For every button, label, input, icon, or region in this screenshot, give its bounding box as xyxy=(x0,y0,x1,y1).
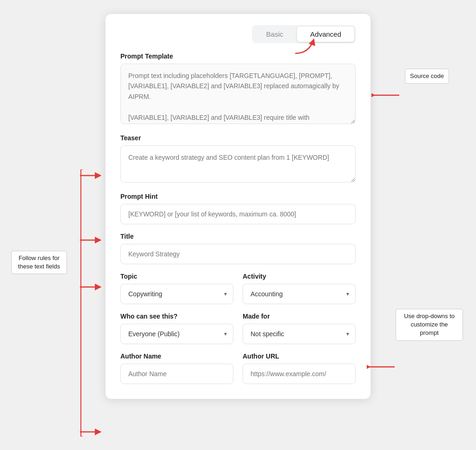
author-url-group: Author URL xyxy=(243,352,356,384)
tab-basic[interactable]: Basic xyxy=(253,26,297,42)
topic-label: Topic xyxy=(120,273,233,280)
dropdowns-annotation: Use drop-downs to customize the prompt xyxy=(396,309,463,341)
author-url-input[interactable] xyxy=(243,364,356,384)
arrow-source-code xyxy=(371,91,399,100)
activity-label: Activity xyxy=(243,273,356,280)
made-for-select-wrapper: Not specific Beginners Experts ▾ xyxy=(243,324,356,344)
activity-select-wrapper: Accounting Finance HR IT ▾ xyxy=(243,284,356,304)
visibility-field-group: Who can see this? Everyone (Public) Only… xyxy=(120,313,233,344)
main-card: Basic Advanced Prompt Template Teaser Pr… xyxy=(106,14,370,399)
visibility-select-wrapper: Everyone (Public) Only Me My Team ▾ xyxy=(120,324,233,344)
arrow-prompt-hint xyxy=(80,235,103,245)
visibility-select[interactable]: Everyone (Public) Only Me My Team xyxy=(120,324,233,344)
teaser-label: Teaser xyxy=(120,134,356,142)
made-for-field-group: Made for Not specific Beginners Experts … xyxy=(243,313,356,344)
activity-field-group: Activity Accounting Finance HR IT ▾ xyxy=(243,273,356,304)
teaser-input[interactable] xyxy=(120,145,356,183)
made-for-label: Made for xyxy=(243,313,356,320)
topic-select[interactable]: Copywriting Marketing SEO Sales xyxy=(120,284,233,304)
prompt-template-input[interactable] xyxy=(120,64,356,124)
title-input[interactable] xyxy=(120,244,356,264)
author-name-label: Author Name xyxy=(120,352,233,360)
visibility-label: Who can see this? xyxy=(120,313,233,320)
topic-field-group: Topic Copywriting Marketing SEO Sales ▾ xyxy=(120,273,233,304)
author-name-group: Author Name xyxy=(120,352,233,384)
author-name-input[interactable] xyxy=(120,364,233,384)
title-label: Title xyxy=(120,233,356,240)
prompt-hint-label: Prompt Hint xyxy=(120,193,356,200)
left-bracket xyxy=(79,170,83,437)
arrow-title xyxy=(80,282,103,292)
prompt-hint-input[interactable] xyxy=(120,204,356,224)
arrow-author xyxy=(80,427,103,437)
arrow-teaser xyxy=(80,171,103,180)
arrow-advanced-tab xyxy=(291,33,323,56)
activity-select[interactable]: Accounting Finance HR IT xyxy=(243,284,356,304)
arrow-dropdowns xyxy=(367,362,395,372)
follow-rules-annotation: Follow rules for these text fields xyxy=(11,251,67,274)
source-code-annotation: Source code xyxy=(405,69,449,84)
made-for-select[interactable]: Not specific Beginners Experts xyxy=(243,324,356,344)
topic-select-wrapper: Copywriting Marketing SEO Sales ▾ xyxy=(120,284,233,304)
author-url-label: Author URL xyxy=(243,352,356,360)
